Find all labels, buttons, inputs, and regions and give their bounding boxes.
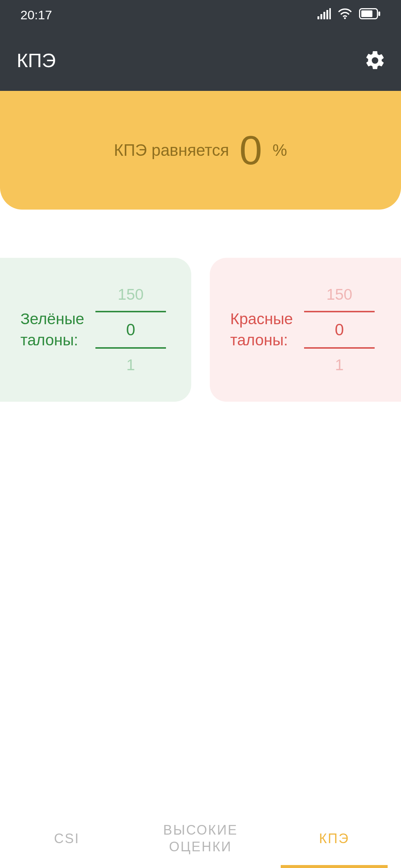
battery-icon <box>359 8 381 22</box>
green-stepper-next[interactable]: 1 <box>126 349 135 381</box>
svg-rect-8 <box>361 10 372 17</box>
page-title: КПЭ <box>17 49 56 72</box>
tab-label: CSI <box>54 830 79 847</box>
status-icons <box>317 8 381 22</box>
kpi-value: 0 <box>239 130 262 171</box>
tab-high-ratings[interactable]: ВЫСОКИЕОЦЕНКИ <box>134 809 267 868</box>
green-coupons-card: Зелёныеталоны: 150 0 1 <box>0 258 191 402</box>
tab-label: ВЫСОКИЕОЦЕНКИ <box>163 822 238 855</box>
gear-icon[interactable] <box>364 49 386 72</box>
svg-rect-4 <box>329 8 331 19</box>
kpi-unit: % <box>273 141 287 160</box>
status-bar: 20:17 <box>0 0 401 30</box>
red-stepper-prev[interactable]: 150 <box>326 278 352 311</box>
wifi-icon <box>338 8 352 22</box>
hero-banner: КПЭ равняется 0 % <box>0 91 401 210</box>
svg-rect-0 <box>317 16 319 19</box>
cards-row: Зелёныеталоны: 150 0 1 Красныеталоны: 15… <box>0 258 401 402</box>
bottom-nav: CSI ВЫСОКИЕОЦЕНКИ КПЭ <box>0 809 401 868</box>
red-coupons-label: Красныеталоны: <box>230 309 293 351</box>
svg-rect-1 <box>320 14 322 19</box>
red-coupons-card: Красныеталоны: 150 0 1 <box>210 258 401 402</box>
signal-icon <box>317 8 331 22</box>
svg-rect-7 <box>378 11 380 16</box>
green-stepper-value[interactable]: 0 <box>95 311 166 349</box>
red-stepper-value[interactable]: 0 <box>304 311 375 349</box>
svg-rect-2 <box>323 12 325 19</box>
tab-label: КПЭ <box>319 830 349 847</box>
red-coupons-stepper[interactable]: 150 0 1 <box>304 278 375 381</box>
green-coupons-label: Зелёныеталоны: <box>20 309 84 351</box>
svg-point-5 <box>344 17 346 19</box>
red-stepper-next[interactable]: 1 <box>335 349 343 381</box>
svg-rect-3 <box>326 10 328 19</box>
status-time: 20:17 <box>20 8 52 22</box>
app-bar: КПЭ <box>0 30 401 91</box>
kpi-label: КПЭ равняется <box>114 141 229 160</box>
tab-kpi[interactable]: КПЭ <box>267 809 401 868</box>
tab-csi[interactable]: CSI <box>0 809 134 868</box>
green-stepper-prev[interactable]: 150 <box>118 278 144 311</box>
green-coupons-stepper[interactable]: 150 0 1 <box>95 278 166 381</box>
